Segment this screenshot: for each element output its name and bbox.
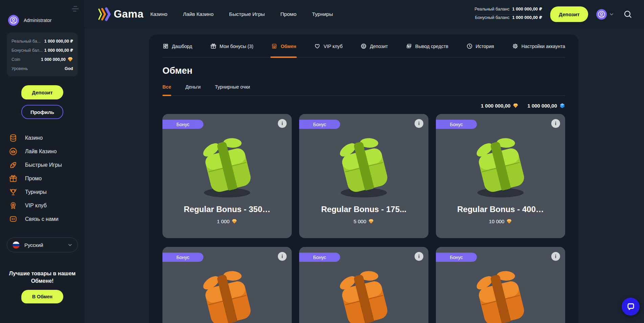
header-nav: Казино Лайв Казино Быстрые Игры Промо Ту…	[150, 11, 333, 17]
sidebar-item-contact[interactable]: Связь с нами	[9, 212, 78, 226]
account-panel: Дашборд Мои бонусы (3) Обмен VIP клуб Де…	[149, 34, 579, 323]
coin-wallet: 1 000 000,00	[481, 103, 519, 109]
sidebar-item-tournaments[interactable]: Турниры	[9, 185, 78, 199]
bonus-card[interactable]: Бонус i Regular Bonus - 400… 10 000	[436, 114, 565, 238]
coin-balance-value: 1 000 000,00	[41, 56, 73, 62]
gift-box-image	[193, 128, 261, 200]
tab-deposit[interactable]: Депозит	[360, 34, 388, 57]
account-menu[interactable]	[596, 9, 614, 20]
filter-tournament-points[interactable]: Турнирные очки	[215, 84, 250, 95]
bonus-price: 5 000	[299, 218, 428, 224]
language-label: Русский	[24, 242, 63, 248]
sidebar-item-label: Лайв Казино	[25, 148, 57, 155]
gift-icon	[9, 174, 18, 183]
store-icon	[271, 43, 277, 49]
gold-gem-icon	[368, 218, 374, 224]
language-selector[interactable]: Русский	[7, 237, 78, 252]
nav-tournaments[interactable]: Турниры	[312, 11, 333, 17]
gold-gem-icon	[231, 218, 237, 224]
sidebar-item-label: Связь с нами	[25, 216, 59, 222]
tab-label: Мои бонусы (3)	[220, 44, 253, 49]
user-name: Administrator	[24, 18, 51, 23]
tab-label: История	[476, 44, 494, 49]
bonus-badge: Бонус	[436, 120, 477, 129]
nav-promo[interactable]: Промо	[280, 11, 296, 17]
sidebar-item-live-casino[interactable]: Лайв Казино	[9, 145, 78, 158]
chat-icon	[9, 215, 18, 224]
chat-widget-button[interactable]	[622, 298, 640, 316]
bonus-balance-label: Бонусный бал...	[12, 48, 43, 53]
tab-label: VIP клуб	[324, 44, 342, 49]
search-icon[interactable]	[623, 9, 632, 19]
filter-money[interactable]: Деньги	[185, 84, 201, 95]
menu-icon[interactable]	[70, 4, 80, 12]
nav-fast-games[interactable]: Быстрые Игры	[229, 11, 265, 17]
info-icon[interactable]: i	[415, 252, 423, 261]
bonus-card[interactable]: Бонус i Regular Bonus - 175... 5 000	[299, 114, 428, 238]
tab-dashboard[interactable]: Дашборд	[162, 34, 192, 57]
sidebar-deposit-button[interactable]: Депозит	[21, 85, 63, 99]
sidebar-item-label: Быстрые Игры	[25, 162, 62, 168]
header-deposit-button[interactable]: Депозит	[550, 6, 588, 22]
tab-vip-club[interactable]: VIP клуб	[314, 34, 342, 57]
header-bonus-balance: Бонусный баланс 1 000 000,00 ₽	[474, 15, 542, 22]
gift-box-image	[467, 261, 534, 323]
exchange-filters: Все Деньги Турнирные очки	[162, 84, 565, 96]
to-exchange-button[interactable]: В Обмен	[21, 290, 63, 303]
tab-history[interactable]: История	[466, 34, 494, 57]
info-icon[interactable]: i	[551, 119, 560, 128]
gold-gem-icon	[506, 218, 512, 224]
chevron-down-icon	[609, 11, 614, 17]
filter-all[interactable]: Все	[162, 84, 171, 95]
sidebar-item-label: Казино	[25, 135, 43, 141]
level-value: God	[65, 66, 73, 71]
bonus-card[interactable]: Бонус i Regular Bonus - 350… 1 000	[162, 114, 292, 238]
sidebar-nav: Казино Лайв Казино Быстрые Игры Промо Ту…	[7, 131, 78, 226]
coin-balance-label: Coin	[12, 57, 20, 62]
gama-logo-icon	[97, 7, 111, 21]
gold-gem-icon	[67, 56, 73, 62]
gold-gem-icon	[513, 103, 518, 109]
chat-bubble-icon	[626, 302, 636, 312]
nav-casino[interactable]: Казино	[150, 11, 167, 17]
tab-account-settings[interactable]: Настройки аккаунта	[512, 34, 565, 57]
tab-withdraw[interactable]: Вывод средств	[406, 34, 448, 57]
sidebar-item-vip-club[interactable]: VIP клуб	[9, 199, 78, 212]
bonus-card[interactable]: Бонус i	[162, 247, 292, 323]
header-right: Реальный баланс 1 000 000,00 ₽ Бонусный …	[474, 6, 632, 22]
sidebar-item-promo[interactable]: Промо	[9, 172, 78, 185]
bonus-badge: Бонус	[162, 120, 203, 129]
sidebar-profile-button[interactable]: Профиль	[21, 105, 63, 119]
bonus-cards-grid: Бонус i Regular Bonus - 350… 1 000	[162, 114, 565, 323]
tab-label: Вывод средств	[415, 44, 448, 49]
chevron-down-icon	[67, 242, 73, 248]
real-balance-label: Реальный баланс	[474, 7, 509, 11]
user-row[interactable]: Administrator	[7, 15, 78, 26]
sidebar-item-label: VIP клуб	[25, 203, 47, 209]
heart-icon	[314, 43, 320, 49]
nav-live-casino[interactable]: Лайв Казино	[183, 11, 214, 17]
sidebar-item-label: Промо	[25, 176, 42, 182]
sidebar-item-casino[interactable]: Казино	[9, 131, 78, 145]
gem-wallet-value: 1 000 000,00	[527, 103, 557, 109]
tab-exchange[interactable]: Обмен	[271, 34, 296, 57]
level-label: Уровень	[12, 66, 28, 71]
balance-card: Реальный ба... 1 000 000,00 ₽ Бонусный б…	[7, 32, 78, 76]
info-icon[interactable]: i	[551, 252, 560, 261]
bonus-title: Regular Bonus - 175...	[299, 205, 428, 214]
bonus-card[interactable]: Бонус i	[299, 247, 428, 323]
bonus-balance-value: 1 000 000,00 ₽	[44, 48, 73, 53]
info-icon[interactable]: i	[415, 119, 423, 128]
sidebar-item-fast-games[interactable]: Быстрые Игры	[9, 158, 78, 172]
info-icon[interactable]: i	[278, 252, 287, 261]
tab-label: Дашборд	[172, 44, 192, 49]
gem-wallet: 1 000 000,00	[527, 103, 565, 109]
bonus-price: 10 000	[436, 218, 565, 224]
bonus-card[interactable]: Бонус i	[436, 247, 565, 323]
info-icon[interactable]: i	[278, 119, 287, 128]
tab-my-bonuses[interactable]: Мои бонусы (3)	[210, 34, 253, 57]
bonus-price: 1 000	[162, 218, 292, 224]
medal-icon	[9, 201, 18, 210]
banknotes-icon	[406, 43, 412, 49]
brand-logo[interactable]: Gama	[97, 7, 143, 21]
